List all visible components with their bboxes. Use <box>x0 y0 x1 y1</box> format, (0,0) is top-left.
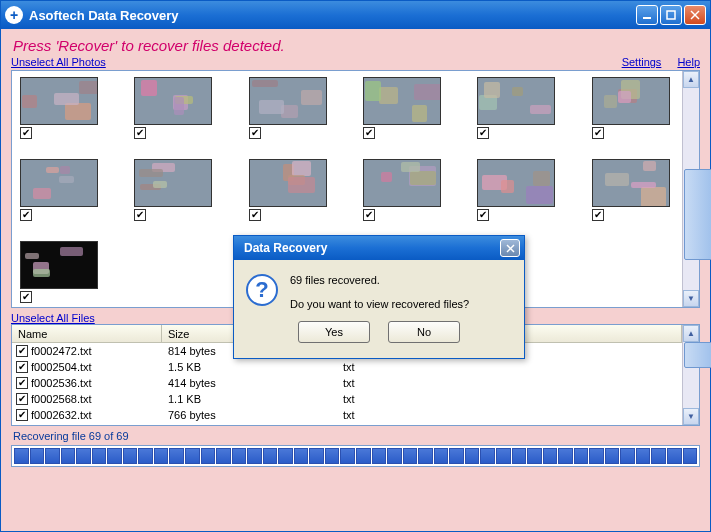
no-button[interactable]: No <box>388 321 460 343</box>
progress-segment <box>372 448 387 464</box>
photos-scrollbar[interactable]: ▲ ▼ <box>682 71 699 307</box>
dialog-text: 69 files recovered. Do you want to view … <box>290 270 469 313</box>
progress-segment <box>263 448 278 464</box>
progress-segment <box>543 448 558 464</box>
progress-segment <box>387 448 402 464</box>
scroll-down-icon[interactable]: ▼ <box>683 408 699 425</box>
progress-segment <box>216 448 231 464</box>
col-name[interactable]: Name <box>12 325 162 342</box>
photo-thumbnail[interactable] <box>249 159 333 221</box>
progress-segment <box>138 448 153 464</box>
photo-checkbox[interactable] <box>20 291 32 303</box>
photo-thumbnail[interactable] <box>477 159 561 221</box>
photo-checkbox[interactable] <box>20 127 32 139</box>
file-checkbox[interactable] <box>16 409 28 421</box>
scrollbar-thumb[interactable] <box>684 342 711 368</box>
photo-checkbox[interactable] <box>134 127 146 139</box>
photo-checkbox[interactable] <box>477 209 489 221</box>
scrollbar-thumb[interactable] <box>684 169 711 260</box>
photo-thumbnail[interactable] <box>20 241 110 303</box>
file-size: 414 bytes <box>162 377 337 389</box>
app-window: + Asoftech Data Recovery Press 'Recover'… <box>0 0 711 532</box>
photo-checkbox[interactable] <box>249 209 261 221</box>
photo-checkbox[interactable] <box>592 209 604 221</box>
photo-thumbnail[interactable] <box>592 77 676 139</box>
progress-segment <box>356 448 371 464</box>
content-area: Press 'Recover' to recover files detecte… <box>1 29 710 531</box>
photo-checkbox[interactable] <box>363 209 375 221</box>
progress-segment <box>589 448 604 464</box>
unselect-all-photos-link[interactable]: Unselect All Photos <box>11 56 106 68</box>
progress-bar <box>11 445 700 467</box>
dialog-titlebar: Data Recovery <box>234 236 524 260</box>
file-name: f0002504.txt <box>31 361 92 373</box>
photo-thumbnail[interactable] <box>363 77 447 139</box>
progress-segment <box>620 448 635 464</box>
dialog-title: Data Recovery <box>238 241 500 255</box>
file-checkbox[interactable] <box>16 361 28 373</box>
minimize-button[interactable] <box>636 5 658 25</box>
table-row[interactable]: f0002568.txt1.1 KBtxt <box>12 391 682 407</box>
help-link[interactable]: Help <box>677 56 700 68</box>
file-checkbox[interactable] <box>16 377 28 389</box>
app-icon: + <box>5 6 23 24</box>
svg-rect-0 <box>643 17 651 19</box>
photo-thumbnail[interactable] <box>134 159 218 221</box>
progress-segment <box>61 448 76 464</box>
progress-segment <box>30 448 45 464</box>
progress-segment <box>45 448 60 464</box>
file-checkbox[interactable] <box>16 393 28 405</box>
progress-segment <box>154 448 169 464</box>
progress-segment <box>683 448 698 464</box>
file-size: 1.1 KB <box>162 393 337 405</box>
photo-checkbox[interactable] <box>20 209 32 221</box>
yes-button[interactable]: Yes <box>298 321 370 343</box>
progress-segment <box>527 448 542 464</box>
close-button[interactable] <box>684 5 706 25</box>
photo-thumbnail[interactable] <box>20 77 104 139</box>
unselect-all-files-link[interactable]: Unselect All Files <box>11 312 95 324</box>
progress-segment <box>232 448 247 464</box>
scroll-down-icon[interactable]: ▼ <box>683 290 699 307</box>
progress-segment <box>169 448 184 464</box>
file-checkbox[interactable] <box>16 345 28 357</box>
file-name: f0002472.txt <box>31 345 92 357</box>
progress-segment <box>325 448 340 464</box>
progress-segment <box>465 448 480 464</box>
photo-thumbnail[interactable] <box>592 159 676 221</box>
photo-thumbnail[interactable] <box>20 159 104 221</box>
dialog-close-button[interactable] <box>500 239 520 257</box>
progress-segment <box>185 448 200 464</box>
photo-checkbox[interactable] <box>134 209 146 221</box>
progress-segment <box>574 448 589 464</box>
photo-thumbnail[interactable] <box>477 77 561 139</box>
scroll-up-icon[interactable]: ▲ <box>683 325 699 342</box>
photo-thumbnail[interactable] <box>134 77 218 139</box>
file-ext: txt <box>337 361 482 373</box>
photo-checkbox[interactable] <box>363 127 375 139</box>
dialog-line2: Do you want to view recovered files? <box>290 296 469 314</box>
progress-segment <box>76 448 91 464</box>
progress-segment <box>636 448 651 464</box>
photo-checkbox[interactable] <box>592 127 604 139</box>
photo-checkbox[interactable] <box>477 127 489 139</box>
progress-segment <box>309 448 324 464</box>
progress-segment <box>434 448 449 464</box>
progress-segment <box>123 448 138 464</box>
titlebar: + Asoftech Data Recovery <box>1 1 710 29</box>
photo-thumbnail[interactable] <box>249 77 333 139</box>
photo-checkbox[interactable] <box>249 127 261 139</box>
progress-segment <box>651 448 666 464</box>
table-row[interactable]: f0002504.txt1.5 KBtxt <box>12 359 682 375</box>
file-ext: txt <box>337 393 482 405</box>
table-row[interactable]: f0002536.txt414 bytestxt <box>12 375 682 391</box>
table-row[interactable]: f0002632.txt766 bytestxt <box>12 407 682 423</box>
files-scrollbar[interactable]: ▲ ▼ <box>682 325 699 425</box>
maximize-button[interactable] <box>660 5 682 25</box>
scroll-up-icon[interactable]: ▲ <box>683 71 699 88</box>
svg-rect-1 <box>667 11 675 19</box>
question-icon: ? <box>246 274 278 306</box>
file-ext: txt <box>337 409 482 421</box>
photo-thumbnail[interactable] <box>363 159 447 221</box>
settings-link[interactable]: Settings <box>622 56 662 68</box>
